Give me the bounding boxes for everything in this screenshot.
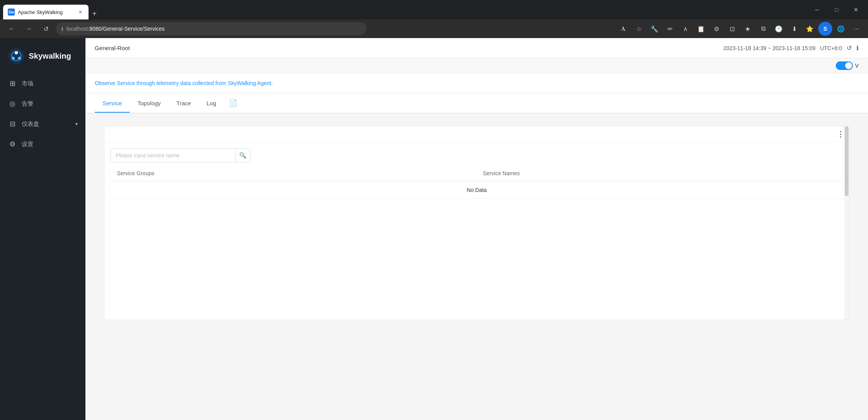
profile-button[interactable]: S (818, 22, 832, 36)
url-path: :8080/General-Service/Services (88, 26, 165, 32)
market-icon: ⊞ (8, 79, 17, 88)
table-container: Service Groups Service Names No Data (104, 166, 849, 205)
sidebar-item-dashboard[interactable]: ⊟ 仪表盘 ▾ (0, 114, 85, 134)
svg-point-3 (18, 57, 21, 60)
service-panel: ⋮ 🔍 Service G (104, 126, 849, 320)
search-button[interactable]: 🔍 (235, 148, 250, 162)
tab-favicon: Sw (8, 9, 15, 16)
panel-menu-button[interactable]: ⋮ (837, 129, 844, 139)
minimize-button[interactable]: ─ (808, 3, 826, 16)
tab-log[interactable]: Log (199, 94, 224, 113)
svg-point-2 (15, 51, 18, 54)
skywalking-logo-icon (8, 47, 25, 64)
toggle-thumb (845, 62, 852, 69)
read-aloud-button[interactable]: 𝐀 (616, 22, 630, 36)
active-tab: Sw Apache SkyWalking ✕ (3, 5, 89, 19)
logo-text: Skywalking (29, 52, 71, 61)
history-button[interactable]: 🕐 (772, 22, 786, 36)
search-icon: 🔍 (239, 152, 247, 159)
refresh-button[interactable]: ↺ (39, 22, 53, 36)
tab-doc-icon[interactable]: 📄 (224, 93, 242, 113)
col-service-names: Service Names (477, 166, 843, 181)
view-toggle[interactable]: V (836, 61, 859, 70)
browser-titlebar: Sw Apache SkyWalking ✕ + ─ □ ✕ (0, 0, 868, 19)
security-icon: ℹ (61, 26, 63, 32)
app-container: Skywalking ⊞ 市场 ◎ 告警 ⊟ 仪表盘 ▾ ⚙ 设置 (0, 38, 868, 420)
search-row: 🔍 (104, 142, 849, 166)
collections-button[interactable]: ⧉ (756, 22, 770, 36)
col-service-groups: Service Groups (111, 166, 477, 181)
topbar-right: 2023-11-18 14:39 ~ 2023-11-18 15:09 UTC+… (724, 44, 859, 52)
dashboard-arrow-icon: ▾ (75, 121, 78, 127)
favorites-button[interactable]: ☆ (632, 22, 646, 36)
clipboard-button[interactable]: 📋 (694, 22, 708, 36)
favorites2-button[interactable]: ⭐ (803, 22, 817, 36)
panel-header: ⋮ (104, 126, 849, 142)
table-body: No Data (111, 181, 843, 199)
market-label: 市场 (22, 80, 33, 87)
svg-point-0 (9, 48, 24, 64)
toggle-row: V (85, 58, 868, 73)
sidebar-item-settings[interactable]: ⚙ 设置 (0, 134, 85, 154)
edge-button[interactable]: 🌐 (834, 22, 848, 36)
window-controls: ─ □ ✕ (808, 3, 865, 16)
toggle-track (836, 61, 853, 70)
split-button[interactable]: ⊡ (725, 22, 739, 36)
tab-title: Apache SkyWalking (18, 9, 74, 15)
main-content: General-Root 2023-11-18 14:39 ~ 2023-11-… (85, 38, 868, 420)
tab-service[interactable]: Service (95, 94, 130, 113)
link-bar: Observe Service through telemetry data c… (85, 73, 868, 93)
no-data-cell: No Data (111, 181, 843, 199)
url-display: localhost:8080/General-Service/Services (66, 26, 361, 32)
more-button[interactable]: ⋯ (849, 22, 863, 36)
close-button[interactable]: ✕ (847, 3, 865, 16)
service-table: Service Groups Service Names No Data (111, 166, 843, 199)
tab-trace[interactable]: Trace (169, 94, 199, 113)
forward-button[interactable]: → (22, 22, 36, 36)
dashboard-icon: ⊟ (8, 120, 17, 128)
timezone: UTC+8:0 (820, 45, 842, 51)
content-scroll-area: ⋮ 🔍 Service G (85, 113, 868, 420)
info-icon-button[interactable]: ℹ (856, 44, 859, 52)
toolbar-icons: 𝐀 ☆ 🔧 ✏ ∧ 📋 ⚙ ⊡ ★ ⧉ 🕐 ⬇ ⭐ S 🌐 ⋯ (616, 22, 863, 36)
browser-toolbar: ← → ↺ ℹ localhost:8080/General-Service/S… (0, 19, 868, 38)
refresh-icon-button[interactable]: ↺ (847, 44, 852, 52)
alert-label: 告警 (22, 100, 33, 108)
puzzle-button[interactable]: ⚙ (710, 22, 724, 36)
new-tab-button[interactable]: + (89, 8, 100, 19)
collapse-button[interactable]: ∧ (678, 22, 692, 36)
svg-point-4 (12, 57, 15, 60)
settings-label: 设置 (22, 141, 33, 148)
sidebar-item-market[interactable]: ⊞ 市场 (0, 74, 85, 93)
browser-chrome: Sw Apache SkyWalking ✕ + ─ □ ✕ ← → ↺ ℹ l… (0, 0, 868, 38)
service-search-input[interactable] (111, 149, 235, 162)
star-button[interactable]: ★ (741, 22, 755, 36)
sidebar-logo: Skywalking (0, 44, 85, 74)
table-header-row: Service Groups Service Names (111, 166, 843, 181)
observe-link[interactable]: Observe Service through telemetry data c… (95, 80, 273, 86)
extensions-button[interactable]: 🔧 (647, 22, 661, 36)
breadcrumb: General-Root (95, 45, 130, 51)
maximize-button[interactable]: □ (828, 3, 845, 16)
download-button[interactable]: ⬇ (787, 22, 801, 36)
tab-close-button[interactable]: ✕ (77, 9, 84, 16)
tab-topology[interactable]: Topology (130, 94, 169, 113)
tabs-bar: Service Topology Trace Log 📄 (85, 93, 868, 113)
panel-scrollbar-thumb[interactable] (845, 126, 849, 196)
topbar-left: General-Root (95, 45, 130, 51)
panel-scrollbar-track[interactable] (844, 126, 849, 320)
sidebar-navigation: ⊞ 市场 ◎ 告警 ⊟ 仪表盘 ▾ ⚙ 设置 (0, 74, 85, 154)
settings-icon: ⚙ (8, 140, 17, 148)
pen-button[interactable]: ✏ (663, 22, 677, 36)
browser-tabs: Sw Apache SkyWalking ✕ + (3, 0, 807, 19)
search-input-wrap: 🔍 (111, 148, 250, 162)
back-button[interactable]: ← (5, 22, 19, 36)
alert-icon: ◎ (8, 99, 17, 108)
topbar: General-Root 2023-11-18 14:39 ~ 2023-11-… (85, 38, 868, 58)
address-bar[interactable]: ℹ localhost:8080/General-Service/Service… (56, 22, 367, 35)
dashboard-label: 仪表盘 (22, 120, 39, 128)
sidebar-item-alert[interactable]: ◎ 告警 (0, 94, 85, 113)
toggle-label: V (855, 63, 859, 69)
url-host: localhost (66, 26, 88, 32)
no-data-row: No Data (111, 181, 843, 199)
